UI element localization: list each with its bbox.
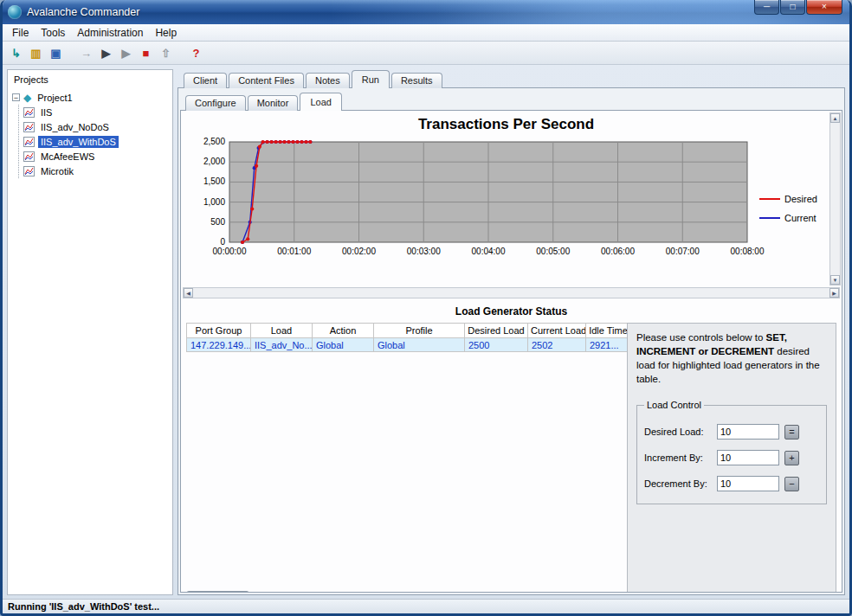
- project-icon: ◆: [23, 92, 31, 104]
- table-cell: 2500: [465, 338, 528, 352]
- toolbar: ↳▥▣→▶▶■⇧?: [3, 42, 849, 65]
- collapse-toggle-icon[interactable]: −: [12, 93, 20, 101]
- scroll-down-icon[interactable]: ▼: [830, 275, 840, 285]
- decrement-by-button[interactable]: −: [784, 477, 799, 491]
- tps-chart: 00:00:0000:01:0000:02:0000:03:0000:04:00…: [184, 135, 830, 286]
- app-window: Avalanche Commander ─□× FileToolsAdminis…: [0, 0, 852, 616]
- increment-by-label: Increment By:: [644, 452, 717, 463]
- table-row[interactable]: 147.229.149....IIS_adv_No...GlobalGlobal…: [187, 338, 631, 352]
- help-icon[interactable]: ?: [187, 44, 205, 62]
- svg-text:Current: Current: [784, 213, 816, 223]
- increment-by-input[interactable]: [717, 450, 779, 465]
- open-project-icon[interactable]: ↳: [7, 44, 25, 62]
- test-chart-icon: [23, 107, 35, 118]
- table-cell: Global: [313, 338, 374, 352]
- svg-text:00:04:00: 00:04:00: [472, 247, 506, 256]
- projects-panel: Projects −◆Project1IISIIS_adv_NoDoSIIS_a…: [7, 69, 173, 595]
- summary-report-icon[interactable]: ▥: [27, 44, 45, 62]
- table-zone: Port GroupLoadActionProfileDesired LoadC…: [186, 323, 622, 593]
- main-area: ClientContent FilesNotesRunResults Confi…: [178, 69, 845, 595]
- window-controls: ─□×: [754, 0, 842, 15]
- svg-text:Desired: Desired: [784, 194, 817, 204]
- save-icon[interactable]: ▣: [47, 44, 65, 62]
- column-header[interactable]: Idle Time: [586, 324, 631, 338]
- table-cell: 2502: [528, 338, 586, 352]
- column-header[interactable]: Desired Load: [465, 324, 528, 338]
- instructions-segment: Please use controls below to: [636, 332, 766, 343]
- column-header[interactable]: Action: [313, 324, 374, 338]
- test-chart-icon: [23, 151, 35, 162]
- step-icon[interactable]: →: [77, 44, 95, 62]
- column-header[interactable]: Current Load: [528, 324, 586, 338]
- table-cell: IIS_adv_No...: [251, 338, 313, 352]
- subtab-load[interactable]: Load: [300, 93, 341, 111]
- chart-horizontal-scrollbar[interactable]: ◀ ▶: [183, 287, 840, 298]
- tree-item-mcafeeews[interactable]: McAfeeEWS: [23, 149, 172, 164]
- tree-item-microtik[interactable]: Microtik: [23, 164, 172, 178]
- tree-item-root[interactable]: −◆Project1: [12, 90, 172, 105]
- test-chart-icon: [23, 122, 35, 132]
- maximize-button[interactable]: □: [780, 0, 805, 15]
- test-chart-icon: [23, 166, 35, 176]
- tab-run[interactable]: Run: [352, 70, 390, 88]
- lower-section: Port GroupLoadActionProfileDesired LoadC…: [181, 323, 842, 592]
- svg-text:2,000: 2,000: [203, 157, 225, 166]
- tree-item-label: IIS: [38, 106, 55, 119]
- table-header-row: Port GroupLoadActionProfileDesired LoadC…: [187, 324, 631, 338]
- tree-item-label: McAfeeEWS: [38, 151, 97, 163]
- tab-notes[interactable]: Notes: [306, 73, 350, 88]
- load-control-legend: Load Control: [644, 400, 704, 410]
- desired-load-row: Desired Load:=: [644, 424, 819, 440]
- desired-load-button[interactable]: =: [784, 425, 799, 440]
- menu-tools[interactable]: Tools: [35, 25, 71, 41]
- chart-vertical-scrollbar[interactable]: ▲ ▼: [829, 112, 841, 286]
- tab-results[interactable]: Results: [391, 73, 442, 88]
- eject-icon[interactable]: ⇧: [157, 44, 175, 62]
- subtab-configure[interactable]: Configure: [185, 95, 246, 111]
- minimize-button[interactable]: ─: [754, 0, 779, 15]
- svg-text:0: 0: [220, 237, 225, 247]
- tab-client[interactable]: Client: [184, 73, 227, 88]
- window-title: Avalanche Commander: [27, 6, 139, 18]
- sub-tabs: ConfigureMonitorLoad: [178, 93, 844, 110]
- desired-load-input[interactable]: [717, 424, 779, 440]
- tree-item-label: Microtik: [38, 165, 76, 177]
- start-test-icon[interactable]: ▶: [97, 44, 115, 62]
- menu-file[interactable]: File: [6, 25, 35, 41]
- svg-text:1,000: 1,000: [203, 197, 225, 207]
- menu-help[interactable]: Help: [149, 25, 183, 41]
- close-button[interactable]: ×: [806, 0, 842, 15]
- stop-test-icon[interactable]: ■: [137, 44, 155, 62]
- column-header[interactable]: Profile: [374, 324, 465, 338]
- instructions-text: Please use controls below to SET, INCREM…: [636, 330, 827, 386]
- tree-item-iis_adv_nodos[interactable]: IIS_adv_NoDoS: [23, 119, 172, 134]
- increment-by-button[interactable]: +: [784, 451, 799, 465]
- column-header[interactable]: Port Group: [187, 324, 251, 338]
- svg-text:00:03:00: 00:03:00: [407, 247, 441, 256]
- scroll-left-icon[interactable]: ◀: [184, 288, 193, 298]
- tree-item-label: Project1: [35, 92, 74, 104]
- content-area: Projects −◆Project1IISIIS_adv_NoDoSIIS_a…: [3, 65, 849, 599]
- titlebar[interactable]: Avalanche Commander ─□×: [3, 0, 849, 24]
- chart-section: Transactions Per Second 00:00:0000:01:00…: [181, 111, 842, 286]
- svg-text:00:00:00: 00:00:00: [213, 247, 247, 256]
- chart-title: Transactions Per Second: [184, 116, 828, 133]
- scroll-up-icon[interactable]: ▲: [830, 113, 840, 123]
- menubar: FileToolsAdministrationHelp: [3, 24, 849, 42]
- svg-text:00:06:00: 00:06:00: [601, 247, 635, 256]
- projects-label: Projects: [14, 74, 172, 85]
- decrement-by-input[interactable]: [717, 476, 779, 491]
- menu-administration[interactable]: Administration: [71, 25, 149, 41]
- select-all-button[interactable]: Select All: [186, 591, 249, 593]
- tree-item-iis[interactable]: IIS: [23, 105, 172, 119]
- column-header[interactable]: Load: [251, 324, 313, 338]
- scroll-right-icon[interactable]: ▶: [829, 288, 839, 298]
- run-boxed-icon[interactable]: ▶: [117, 44, 135, 62]
- subtab-monitor[interactable]: Monitor: [248, 95, 299, 111]
- test-chart-icon: [23, 137, 35, 147]
- svg-text:500: 500: [210, 217, 225, 227]
- app-icon: [8, 5, 22, 19]
- tab-content-files[interactable]: Content Files: [229, 73, 304, 88]
- table-cell: 147.229.149....: [187, 338, 251, 352]
- tree-item-iis_adv_withdos[interactable]: IIS_adv_WithDoS: [23, 134, 172, 149]
